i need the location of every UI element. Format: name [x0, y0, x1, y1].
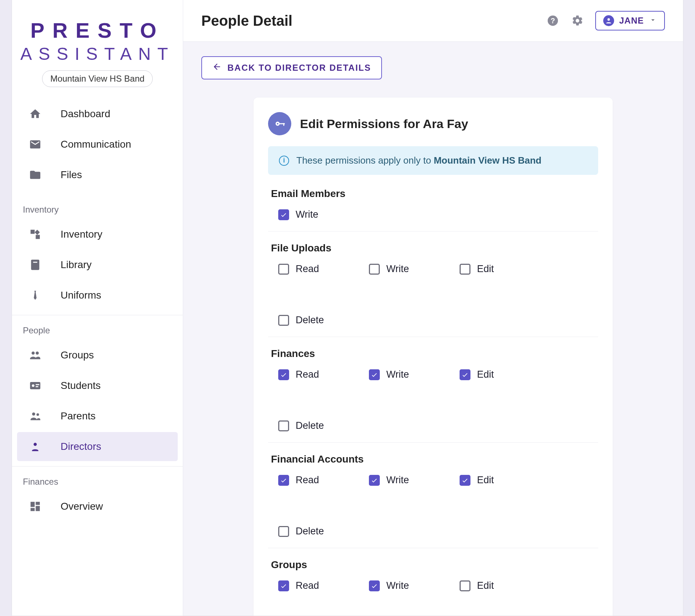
perm-group-title: Financial Accounts	[271, 453, 595, 465]
back-button-label: BACK TO DIRECTOR DETAILS	[227, 63, 371, 73]
widgets-icon	[28, 227, 42, 242]
sidebar-item-overview[interactable]: Overview	[17, 492, 178, 521]
perm-read-checkbox[interactable]: Read	[278, 580, 329, 591]
perm-edit-checkbox[interactable]: Edit	[460, 369, 510, 380]
perm-edit-checkbox[interactable]: Edit	[460, 263, 510, 275]
checkbox-icon	[460, 580, 470, 591]
page-title: People Detail	[201, 13, 292, 29]
svg-point-9	[37, 413, 39, 416]
checkbox-icon	[278, 315, 289, 326]
sidebar-item-label: Directors	[61, 441, 167, 452]
people-icon	[28, 409, 42, 423]
perm-delete-checkbox[interactable]: Delete	[278, 315, 329, 326]
perm-label: Edit	[477, 369, 494, 380]
svg-rect-1	[36, 235, 40, 239]
logo-line1: PRESTO	[19, 18, 176, 42]
user-name: JANE	[619, 16, 644, 26]
avatar-icon	[603, 15, 614, 26]
perm-label: Write	[386, 263, 409, 275]
checkbox-icon	[278, 209, 289, 220]
card-title: Edit Permissions for Ara Fay	[300, 117, 468, 131]
sidebar-item-directors[interactable]: Directors	[17, 432, 178, 461]
perm-label: Write	[386, 580, 409, 591]
perm-edit-checkbox[interactable]: Edit	[460, 475, 510, 486]
user-menu[interactable]: JANE	[595, 11, 665, 30]
perm-row: ReadWriteEditDelete	[271, 263, 595, 326]
svg-rect-12	[36, 502, 40, 505]
sidebar-item-label: Parents	[61, 410, 167, 422]
sidebar-item-students[interactable]: Students	[17, 371, 178, 400]
perm-write-checkbox[interactable]: Write	[369, 369, 420, 380]
perm-delete-checkbox[interactable]: Delete	[278, 420, 329, 431]
perm-delete-checkbox[interactable]: Delete	[278, 526, 329, 537]
perm-read-checkbox[interactable]: Read	[278, 369, 329, 380]
sidebar-item-groups[interactable]: Groups	[17, 341, 178, 370]
perm-label: Edit	[477, 580, 494, 591]
sidebar-item-files[interactable]: Files	[17, 160, 178, 189]
sidebar-item-dashboard[interactable]: Dashboard	[17, 99, 178, 128]
svg-rect-20	[283, 123, 284, 126]
back-button[interactable]: BACK TO DIRECTOR DETAILS	[201, 56, 382, 79]
perm-label: Delete	[296, 315, 324, 326]
svg-point-5	[32, 384, 34, 387]
help-icon[interactable]: ?	[546, 14, 560, 28]
gear-icon[interactable]	[571, 14, 584, 28]
perm-group-groups: GroupsReadWriteEditDelete	[268, 548, 598, 616]
perm-group-file-uploads: File UploadsReadWriteEditDelete	[268, 231, 598, 337]
svg-point-2	[32, 352, 35, 355]
svg-rect-7	[36, 386, 38, 387]
sidebar-item-library[interactable]: Library	[17, 250, 178, 279]
org-selector[interactable]: Mountain View HS Band	[42, 70, 153, 87]
checkbox-icon	[278, 264, 289, 275]
mail-icon	[28, 137, 42, 152]
perm-label: Write	[386, 475, 409, 486]
key-icon	[268, 112, 291, 135]
perm-edit-checkbox[interactable]: Edit	[460, 580, 510, 591]
info-text: These permissions apply only to Mountain…	[296, 155, 542, 166]
perm-row: ReadWriteEditDelete	[271, 369, 595, 431]
permissions-card: Edit Permissions for Ara Fay i These per…	[254, 98, 613, 616]
perm-row: ReadWriteEditDelete	[271, 475, 595, 537]
svg-rect-6	[36, 384, 39, 385]
nav-header: Inventory	[12, 198, 183, 218]
sidebar-item-parents[interactable]: Parents	[17, 402, 178, 431]
svg-point-8	[32, 412, 36, 416]
perm-write-checkbox[interactable]: Write	[278, 209, 329, 220]
perm-read-checkbox[interactable]: Read	[278, 475, 329, 486]
checkbox-icon	[369, 475, 380, 486]
checkbox-icon	[460, 475, 470, 486]
perm-write-checkbox[interactable]: Write	[369, 475, 420, 486]
sidebar-item-communication[interactable]: Communication	[17, 130, 178, 159]
logo: PRESTO ASSISTANT Mountain View HS Band	[12, 0, 183, 94]
logo-line2: ASSISTANT	[19, 44, 176, 64]
sidebar-item-label: Library	[61, 259, 167, 271]
arrow-left-icon	[212, 62, 222, 74]
nav-header: People	[12, 319, 183, 339]
nav-section-people: PeopleGroupsStudentsParentsDirectors	[12, 315, 183, 466]
checkbox-icon	[460, 264, 470, 275]
sidebar-item-uniforms[interactable]: Uniforms	[17, 281, 178, 310]
perm-write-checkbox[interactable]: Write	[369, 263, 420, 275]
main: People Detail ? JANE	[183, 0, 683, 616]
perm-group-title: File Uploads	[271, 242, 595, 254]
sidebar-item-label: Communication	[61, 139, 167, 150]
sidebar-item-label: Dashboard	[61, 108, 167, 120]
sidebar-item-inventory[interactable]: Inventory	[17, 220, 178, 249]
perm-group-title: Groups	[271, 559, 595, 571]
perm-label: Delete	[296, 420, 324, 431]
perm-label: Edit	[477, 475, 494, 486]
perm-label: Read	[296, 369, 319, 380]
content-area: BACK TO DIRECTOR DETAILS Edit Permission…	[183, 42, 683, 616]
svg-rect-0	[30, 230, 34, 234]
perm-row: ReadWriteEditDelete	[271, 580, 595, 616]
svg-rect-4	[30, 382, 40, 389]
groups-icon	[28, 348, 42, 362]
nav-section-finances: FinancesOverview	[12, 466, 183, 526]
svg-rect-13	[36, 506, 40, 511]
perm-label: Edit	[477, 263, 494, 275]
perm-label: Write	[296, 209, 318, 220]
checkbox-icon	[278, 475, 289, 486]
perm-write-checkbox[interactable]: Write	[369, 580, 420, 591]
nav-section-main: DashboardCommunicationFiles	[12, 94, 183, 194]
perm-read-checkbox[interactable]: Read	[278, 263, 329, 275]
